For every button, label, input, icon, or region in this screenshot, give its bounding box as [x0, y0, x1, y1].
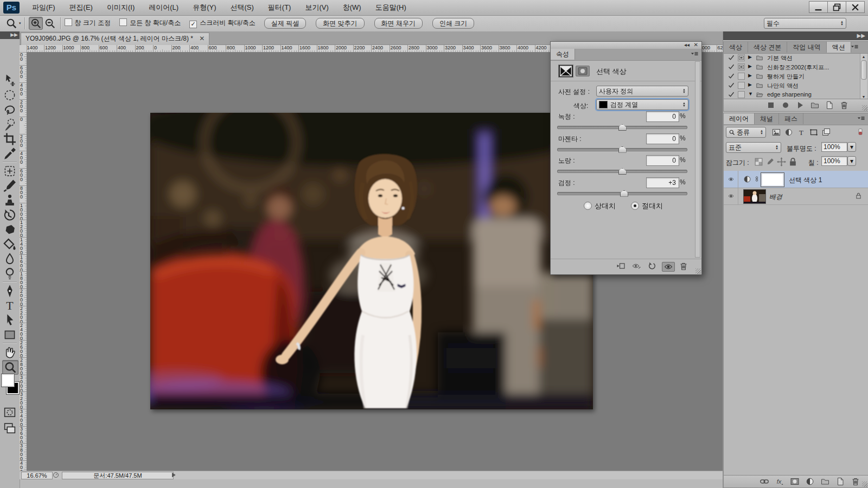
lock-all-icon[interactable]: [788, 157, 797, 166]
tab-패스[interactable]: 패스: [779, 113, 803, 124]
button-인쇄 크기[interactable]: 인쇄 크기: [432, 18, 474, 29]
preset-dropdown[interactable]: 사용자 정의 ▲▼: [596, 86, 688, 97]
shape-layer-icon[interactable]: [809, 128, 819, 137]
action-check-icon[interactable]: [728, 73, 735, 79]
menu-item-이미지(I)[interactable]: 이미지(I): [100, 0, 142, 15]
collapse-dock-icon[interactable]: ▶▶: [723, 31, 868, 40]
properties-titlebar[interactable]: ◂◂ ✕: [551, 42, 701, 49]
action-modal-icon[interactable]: [738, 54, 745, 61]
menu-item-파일(F)[interactable]: 파일(F): [25, 0, 62, 15]
checkbox-icon[interactable]: [119, 18, 127, 26]
minimize-icon[interactable]: [809, 1, 828, 13]
action-row[interactable]: ▶신화창조2002(후지프...: [724, 63, 859, 72]
action-expand-icon[interactable]: ▶: [748, 63, 752, 69]
action-check-icon[interactable]: [728, 63, 735, 70]
clip-to-layer-icon[interactable]: [615, 262, 627, 271]
move-tool[interactable]: [2, 74, 17, 87]
history-brush-tool[interactable]: [2, 208, 17, 222]
new-group-icon[interactable]: [819, 477, 831, 486]
type-tool[interactable]: T: [2, 299, 17, 312]
menu-item-필터(T)[interactable]: 필터(T): [261, 0, 298, 15]
slider-value-field[interactable]: 0: [646, 155, 679, 166]
layer-visibility-toggle[interactable]: [724, 171, 738, 188]
color-dropdown[interactable]: 검정 계열 ▲▼: [596, 99, 688, 110]
collapse-left-icon[interactable]: ◂◂: [684, 42, 690, 48]
action-check-icon[interactable]: [728, 54, 735, 61]
action-check-icon[interactable]: [728, 91, 735, 98]
actions-scrollbar[interactable]: ▲ ▼: [860, 54, 867, 100]
properties-scrollbar[interactable]: [695, 61, 700, 258]
slider-value-field[interactable]: 0: [646, 133, 679, 144]
close-panel-icon[interactable]: ✕: [694, 42, 698, 48]
scrollbar-thumb[interactable]: [861, 60, 867, 80]
blur-tool[interactable]: [2, 252, 17, 266]
opacity-control[interactable]: 100%▾: [821, 142, 856, 152]
pen-tool[interactable]: [2, 284, 17, 298]
tab-채널[interactable]: 채널: [755, 113, 779, 124]
photo-canvas[interactable]: [150, 113, 593, 409]
toggle-visibility-icon[interactable]: [630, 262, 642, 271]
button-화면 맞추기[interactable]: 화면 맞추기: [316, 18, 364, 29]
fill-value[interactable]: 100%: [821, 156, 847, 166]
menu-item-보기(V)[interactable]: 보기(V): [298, 0, 335, 15]
layer-visibility-toggle[interactable]: [724, 188, 738, 204]
button-화면 채우기[interactable]: 화면 채우기: [374, 18, 423, 29]
zoom-level-field[interactable]: 16.67%: [21, 472, 53, 479]
checkbox-모든 창 확대/축소[interactable]: 모든 창 확대/축소: [119, 18, 181, 28]
menu-item-레이어(L)[interactable]: 레이어(L): [142, 0, 186, 15]
trash-icon[interactable]: [678, 262, 690, 271]
radio-icon[interactable]: [584, 202, 592, 210]
paint-bucket-tool[interactable]: [2, 237, 17, 251]
play-icon[interactable]: [794, 101, 806, 110]
slider-thumb[interactable]: [618, 146, 627, 153]
layer-style-icon[interactable]: fx: [774, 477, 786, 486]
eye-icon[interactable]: [727, 176, 735, 182]
pixel-layer-icon[interactable]: [771, 128, 781, 137]
tab-색상 견본[interactable]: 색상 견본: [748, 42, 787, 53]
menu-item-도움말(H)[interactable]: 도움말(H): [368, 0, 413, 15]
slider-thumb[interactable]: [618, 168, 627, 175]
opacity-caret-icon[interactable]: ▾: [847, 142, 856, 152]
zoom-tool[interactable]: [2, 360, 18, 375]
menu-item-편집(E)[interactable]: 편집(E): [62, 0, 100, 15]
action-modal-icon[interactable]: [738, 82, 745, 89]
tab-색상[interactable]: 색상: [724, 42, 748, 53]
resize-grip[interactable]: [862, 105, 867, 111]
filter-kind-dropdown[interactable]: 종류 ▲▼: [726, 127, 766, 138]
rectangle-tool[interactable]: [2, 328, 17, 342]
action-row[interactable]: ▶쨍하게 만들기: [724, 72, 859, 81]
blend-mode-dropdown[interactable]: 표준 ▲▼: [726, 142, 781, 153]
layer-row-배경[interactable]: 배경: [724, 188, 868, 205]
slider-thumb[interactable]: [620, 190, 628, 197]
crop-tool[interactable]: [2, 132, 17, 146]
healing-brush-tool[interactable]: [2, 164, 17, 178]
eye-icon[interactable]: [662, 262, 675, 272]
mask-badge-icon[interactable]: [576, 66, 590, 76]
hand-tool[interactable]: [2, 345, 17, 359]
slider-value-field[interactable]: 0: [646, 111, 679, 122]
checkbox-스크러비 확대/축소[interactable]: ✓스크러비 확대/축소: [189, 18, 256, 28]
resize-grip[interactable]: [862, 481, 867, 487]
new-layer-icon[interactable]: [834, 477, 846, 486]
status-expand-icon[interactable]: [170, 472, 177, 478]
tab-작업 내역[interactable]: 작업 내역: [787, 42, 826, 53]
lasso-tool[interactable]: [2, 103, 17, 117]
lock-position-icon[interactable]: [777, 157, 786, 166]
record-icon[interactable]: [780, 101, 792, 110]
layer-mask-thumbnail[interactable]: [761, 172, 784, 187]
new-adjustment-icon[interactable]: [804, 477, 816, 486]
scroll-up-icon[interactable]: ▲: [860, 54, 867, 60]
adjustment-layer-icon[interactable]: [784, 128, 794, 137]
layer-thumbnail[interactable]: [743, 189, 766, 204]
action-row[interactable]: ▶기본 액션: [724, 54, 859, 63]
fill-caret-icon[interactable]: ▾: [847, 156, 856, 166]
tool-preset-caret-icon[interactable]: ▾: [19, 21, 21, 25]
fill-control[interactable]: 100%▾: [821, 156, 856, 166]
lock-pixels-icon[interactable]: [765, 157, 775, 166]
zoom-out-icon[interactable]: [43, 17, 57, 30]
link-layers-icon[interactable]: [758, 477, 770, 486]
opacity-value[interactable]: 100%: [821, 142, 847, 152]
layer-row-선택 색상 1[interactable]: 선택 색상 1: [724, 171, 868, 188]
action-expand-icon[interactable]: ▼: [748, 91, 753, 97]
foreground-color-swatch[interactable]: [2, 374, 14, 387]
